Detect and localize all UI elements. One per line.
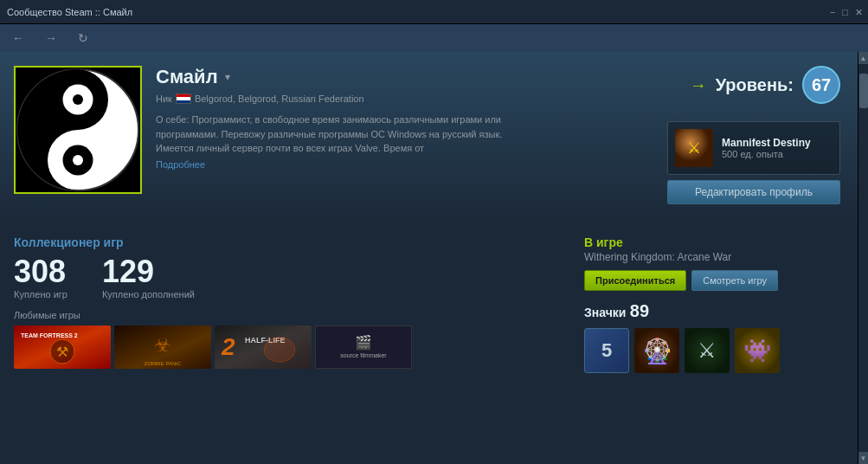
sfm-icon: 🎬 bbox=[355, 334, 372, 351]
badges-label: Значки bbox=[584, 306, 626, 319]
svg-text:TEAM FORTRESS 2: TEAM FORTRESS 2 bbox=[21, 332, 78, 338]
ingame-label: В игре bbox=[584, 235, 844, 249]
window-controls: − □ ✕ bbox=[830, 6, 863, 17]
avatar bbox=[14, 66, 142, 194]
content-area: Смайл ▾ Ник Belgorod, Belgorod, Russian … bbox=[0, 52, 858, 464]
navbar: ← → ↻ bbox=[0, 24, 868, 52]
badge-swords[interactable]: ⚔ bbox=[685, 328, 730, 373]
game-thumbnails: TEAM FORTRESS 2 ⚒ bbox=[14, 325, 570, 369]
username: Смайл bbox=[156, 66, 218, 88]
avatar-image bbox=[16, 68, 140, 192]
scrollbar[interactable]: ▲ ▼ bbox=[858, 52, 868, 464]
maximize-button[interactable]: □ bbox=[842, 6, 848, 17]
sfm-label: source filmmaker bbox=[340, 352, 386, 359]
close-button[interactable]: ✕ bbox=[855, 6, 863, 17]
badge-number-5[interactable]: 5 bbox=[584, 328, 629, 373]
right-section: В игре Withering Kingdom: Arcane War При… bbox=[584, 235, 844, 373]
scroll-track[interactable] bbox=[858, 64, 869, 452]
badge-swords-icon: ⚔ bbox=[698, 338, 717, 363]
svg-text:⚒: ⚒ bbox=[56, 345, 68, 359]
dlc-stat: 129 Куплено дополнений bbox=[102, 256, 195, 300]
svg-text:⚔: ⚔ bbox=[687, 139, 701, 157]
game-thumb-sfm[interactable]: 🎬 source filmmaker bbox=[315, 325, 412, 369]
lower-section: Коллекционер игр 308 Куплено игр 129 Куп… bbox=[0, 225, 858, 383]
level-area: → Уровень: 67 bbox=[690, 66, 840, 104]
dlc-label: Куплено дополнений bbox=[102, 289, 195, 300]
scroll-up-button[interactable]: ▲ bbox=[858, 52, 869, 64]
ingame-section: В игре Withering Kingdom: Arcane War При… bbox=[584, 235, 844, 291]
level-label: Уровень: bbox=[716, 75, 794, 95]
join-game-button[interactable]: Присоединиться bbox=[584, 270, 686, 291]
about-prefix: О себе: bbox=[156, 114, 189, 125]
game-thumb-hl2[interactable]: 2 HALF-LIFE bbox=[215, 325, 312, 369]
username-dropdown-arrow[interactable]: ▾ bbox=[225, 71, 230, 83]
badges-count: 89 bbox=[630, 301, 649, 320]
achievement-name: Mannifest Destiny bbox=[722, 137, 833, 149]
badge-wheel[interactable]: 🎡 bbox=[634, 328, 679, 373]
svg-point-4 bbox=[73, 155, 83, 165]
badges-section: Значки 89 5 🎡 ⚔ 👾 bbox=[584, 301, 844, 373]
svg-text:2: 2 bbox=[221, 333, 235, 360]
svg-text:ZOMBIE PANIC: ZOMBIE PANIC bbox=[145, 361, 182, 366]
dlc-count: 129 bbox=[102, 256, 195, 287]
russia-flag bbox=[176, 93, 191, 104]
game-thumb-tf2[interactable]: TEAM FORTRESS 2 ⚒ bbox=[14, 325, 111, 369]
svg-text:☣: ☣ bbox=[154, 334, 171, 356]
game-thumb-zombie[interactable]: ☣ ZOMBIE PANIC bbox=[114, 325, 211, 369]
level-arrow-icon: → bbox=[690, 75, 707, 95]
badge-monster-icon: 👾 bbox=[743, 338, 771, 364]
forward-button[interactable]: → bbox=[40, 29, 62, 47]
scroll-thumb[interactable] bbox=[859, 74, 868, 108]
refresh-button[interactable]: ↻ bbox=[73, 29, 93, 47]
badge-monster[interactable]: 👾 bbox=[735, 328, 780, 373]
profile-header: Смайл ▾ Ник Belgorod, Belgorod, Russian … bbox=[0, 52, 858, 225]
badges-header: Значки 89 bbox=[584, 301, 844, 321]
achievement-card: ⚔ Mannifest Destiny 500 ед. опыта bbox=[667, 121, 840, 175]
nick-location: Belgorod, Belgorod, Russian Federation bbox=[195, 93, 364, 104]
ingame-buttons: Присоединиться Смотреть игру bbox=[584, 270, 844, 291]
svg-point-17 bbox=[264, 338, 295, 362]
scroll-down-button[interactable]: ▼ bbox=[858, 452, 869, 464]
achievement-text: Mannifest Destiny 500 ед. опыта bbox=[722, 137, 833, 159]
badge-wheel-icon: 🎡 bbox=[642, 337, 672, 365]
level-badge: 67 bbox=[802, 66, 840, 104]
titlebar-title: Сообщество Steam :: Смайл bbox=[7, 7, 132, 17]
achievement-sub: 500 ед. опыта bbox=[722, 149, 833, 159]
edit-profile-button[interactable]: Редактировать профиль bbox=[667, 180, 840, 204]
games-section: Коллекционер игр 308 Куплено игр 129 Куп… bbox=[14, 235, 570, 373]
games-label: Куплено игр bbox=[14, 289, 68, 300]
minimize-button[interactable]: − bbox=[830, 6, 835, 17]
ingame-game: Withering Kingdom: Arcane War bbox=[584, 251, 844, 263]
watch-game-button[interactable]: Смотреть игру bbox=[691, 270, 778, 291]
back-button[interactable]: ← bbox=[7, 29, 29, 47]
about-content: Программист, в свободное время занимаюсь… bbox=[156, 114, 502, 153]
main-content: Смайл ▾ Ник Belgorod, Belgorod, Russian … bbox=[0, 52, 868, 464]
achievement-icon: ⚔ bbox=[675, 129, 713, 167]
nick-prefix: Ник bbox=[156, 93, 172, 104]
titlebar: Сообщество Steam :: Смайл − □ ✕ bbox=[0, 0, 868, 24]
badges-row: 5 🎡 ⚔ 👾 bbox=[584, 328, 844, 373]
about-text: О себе: Программист, в свободное время з… bbox=[156, 113, 519, 156]
stats-row: 308 Куплено игр 129 Куплено дополнений bbox=[14, 256, 570, 300]
svg-point-3 bbox=[73, 94, 83, 105]
fav-games-label: Любимые игры bbox=[14, 310, 570, 320]
games-section-title: Коллекционер игр bbox=[14, 235, 570, 249]
games-stat: 308 Куплено игр bbox=[14, 256, 68, 300]
games-count: 308 bbox=[14, 256, 68, 287]
